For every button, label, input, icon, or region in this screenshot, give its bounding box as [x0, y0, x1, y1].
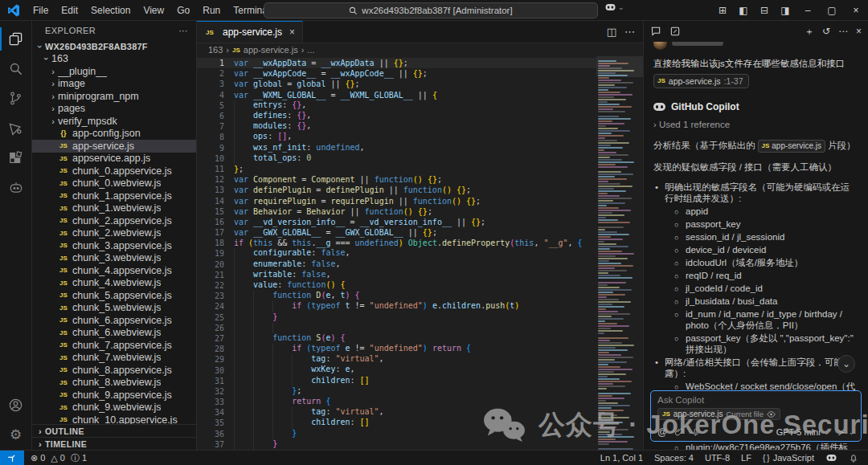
model-picker[interactable]: GPT-5 mini: [776, 427, 821, 437]
accounts-icon[interactable]: [0, 390, 32, 420]
tree-item-chunk-3-appservice-js[interactable]: JSchunk_3.appservice.js: [32, 239, 196, 252]
close-button[interactable]: ×: [844, 0, 868, 21]
menu-edit[interactable]: Edit: [55, 5, 84, 16]
chat-icon[interactable]: [650, 26, 661, 37]
tree-item-chunk-2-appservice-js[interactable]: JSchunk_2.appservice.js: [32, 214, 196, 227]
cursor-position[interactable]: Ln 1, Col 1: [600, 453, 643, 463]
add-context-icon[interactable]: @: [657, 426, 667, 438]
tree-item-chunk-9-webview-js[interactable]: JSchunk_9.webview.js: [32, 402, 196, 414]
tree-item-chunk-6-appservice-js[interactable]: JSchunk_6.appservice.js: [32, 314, 196, 327]
tree-item-chunk-5-appservice-js[interactable]: JSchunk_5.appservice.js: [32, 289, 196, 302]
new-chat-icon[interactable]: ＋: [805, 25, 814, 39]
send-icon[interactable]: ≻: [837, 427, 845, 438]
tree-item-miniprogram-npm[interactable]: ›miniprogram_npm: [32, 90, 196, 103]
tree-item-image[interactable]: ›image: [32, 78, 196, 91]
minimap[interactable]: [598, 58, 635, 450]
extensions-icon[interactable]: [0, 143, 32, 173]
used-references-toggle[interactable]: › Used 1 reference: [653, 119, 858, 130]
code-line: 10total_ops: 0: [197, 153, 596, 164]
tree-item-app-service-js[interactable]: JSapp-service.js: [32, 140, 196, 153]
customize-layout-icon[interactable]: ⊞: [712, 5, 733, 16]
tree-item-chunk-5-webview-js[interactable]: JSchunk_5.webview.js: [32, 302, 196, 315]
tree-item-chunk-1-webview-js[interactable]: JSchunk_1.webview.js: [32, 202, 196, 215]
tree-item-chunk-7-appservice-js[interactable]: JSchunk_7.appservice.js: [32, 339, 196, 352]
tree-item-chunk-7-webview-js[interactable]: JSchunk_7.webview.js: [32, 352, 196, 365]
attached-file-chip[interactable]: JS app-service.js:1-37: [653, 74, 749, 88]
code-area[interactable]: 1var __wxAppData = __wxAppData || {};2va…: [197, 56, 643, 450]
toggle-secondary-sidebar-icon[interactable]: ◨: [775, 5, 796, 16]
maximize-button[interactable]: ▢: [820, 0, 844, 21]
outline-section[interactable]: ›OUTLINE: [32, 424, 196, 437]
tree-item-chunk-1-appservice-js[interactable]: JSchunk_1.appservice.js: [32, 190, 196, 202]
timeline-section[interactable]: ›TIMELINE: [32, 437, 196, 450]
minimize-button[interactable]: –: [796, 0, 820, 21]
tree-item-chunk-10-appservice-js[interactable]: JSchunk_10.appservice.js: [32, 414, 196, 424]
tree-item-chunk-3-webview-js[interactable]: JSchunk_3.webview.js: [32, 252, 196, 265]
minimap-slider[interactable]: [596, 56, 643, 77]
mic-icon[interactable]: [691, 427, 700, 438]
chat-close-icon[interactable]: ×: [856, 26, 862, 37]
chat-more-icon[interactable]: ⋯: [838, 26, 848, 37]
problems-indicator[interactable]: ⊗0 △0 ⓘ1: [31, 452, 87, 464]
toggle-panel-icon[interactable]: ⊟: [754, 5, 775, 16]
chat-history-icon[interactable]: ↺: [822, 26, 830, 37]
tree-item-wx26d493b2f8ab387f[interactable]: ›WX26D493B2F8AB387F: [32, 40, 196, 53]
edit-session-icon[interactable]: [669, 26, 681, 37]
menu-selection[interactable]: Selection: [84, 5, 137, 16]
tree-item-chunk-4-webview-js[interactable]: JSchunk_4.webview.js: [32, 277, 196, 290]
explorer-more-actions-icon[interactable]: ⋯: [179, 26, 188, 36]
tree-item-pages[interactable]: ›pages: [32, 103, 196, 116]
chat-messages: 直接给我输出该js文件存在哪些敏感信息和接口 JS app-service.js…: [644, 42, 868, 450]
source-control-icon[interactable]: [0, 84, 32, 113]
tree-item-chunk-8-webview-js[interactable]: JSchunk_8.webview.js: [32, 377, 196, 390]
language-mode[interactable]: { }JavaScript: [763, 453, 814, 463]
send-chevron-icon[interactable]: ⌄: [848, 428, 854, 436]
tree-item-verify-mpsdk[interactable]: ›verify_mpsdk: [32, 115, 196, 128]
tab-app-service-js[interactable]: JS app-service.js ×: [197, 21, 303, 43]
tree-item-163[interactable]: ›163: [32, 53, 196, 66]
indentation[interactable]: Spaces: 4: [654, 453, 694, 463]
split-editor-icon[interactable]: ◫: [607, 26, 616, 38]
current-file-chip[interactable]: JS app-service.js Current file: [657, 408, 780, 420]
copilot-menu-button[interactable]: ⌄: [604, 3, 624, 11]
chat-extension-icon[interactable]: [0, 173, 32, 202]
tree-item-appservice-app-js[interactable]: JSappservice.app.js: [32, 153, 196, 165]
copilot-icon: [653, 103, 665, 111]
tree-item-chunk-0-appservice-js[interactable]: JSchunk_0.appservice.js: [32, 165, 196, 177]
breadcrumb[interactable]: 163› JS app-service.js› ...: [197, 43, 643, 56]
notifications-bell-icon[interactable]: [849, 453, 858, 463]
scroll-down-button[interactable]: ⌄: [837, 355, 855, 373]
tree-item-chunk-2-webview-js[interactable]: JSchunk_2.webview.js: [32, 227, 196, 240]
editor-more-actions-icon[interactable]: ⋯: [624, 26, 635, 38]
remote-indicator[interactable]: [0, 451, 24, 465]
tree-item-chunk-6-webview-js[interactable]: JSchunk_6.webview.js: [32, 327, 196, 340]
attach-icon[interactable]: [674, 427, 684, 437]
encoding[interactable]: UTF-8: [705, 453, 730, 463]
eye-icon[interactable]: [767, 411, 776, 418]
command-center-search[interactable]: wx26d493b2f8ab387f [Administrator]: [264, 2, 598, 18]
eol-sequence[interactable]: LF: [741, 453, 751, 463]
settings-gear-icon[interactable]: ⚙: [0, 420, 32, 450]
search-sidebar-icon[interactable]: [0, 54, 32, 84]
inline-file-chip[interactable]: JSapp-service.js: [758, 140, 826, 153]
model-chevron-icon[interactable]: ⌄: [824, 428, 830, 436]
menu-run[interactable]: Run: [196, 5, 227, 16]
tree-item-chunk-9-appservice-js[interactable]: JSchunk_9.appservice.js: [32, 389, 196, 402]
chat-input-box[interactable]: Ask Copilot JS app-service.js Current fi…: [650, 390, 862, 442]
tab-close-icon[interactable]: ×: [289, 27, 295, 38]
copilot-status-icon[interactable]: [827, 455, 837, 461]
code-line: 37}: [197, 439, 596, 450]
menu-view[interactable]: View: [137, 5, 170, 16]
tree-item-chunk-0-webview-js[interactable]: JSchunk_0.webview.js: [32, 177, 196, 190]
menu-file[interactable]: File: [27, 5, 55, 16]
code-line: 4var __WXML_GLOBAL__ = __WXML_GLOBAL__ |…: [197, 90, 596, 100]
tree-item--plugin-[interactable]: ›__plugin__: [32, 65, 196, 78]
explorer-icon[interactable]: [0, 24, 32, 54]
menu-go[interactable]: Go: [170, 5, 196, 16]
tree-item-chunk-8-appservice-js[interactable]: JSchunk_8.appservice.js: [32, 364, 196, 377]
run-and-debug-icon[interactable]: [0, 113, 32, 143]
js-file-icon: JS: [58, 205, 69, 212]
tree-item-chunk-4-appservice-js[interactable]: JSchunk_4.appservice.js: [32, 264, 196, 277]
toggle-primary-sidebar-icon[interactable]: ◧: [733, 5, 754, 16]
tree-item-app-config-json[interactable]: {}app-config.json: [32, 128, 196, 141]
